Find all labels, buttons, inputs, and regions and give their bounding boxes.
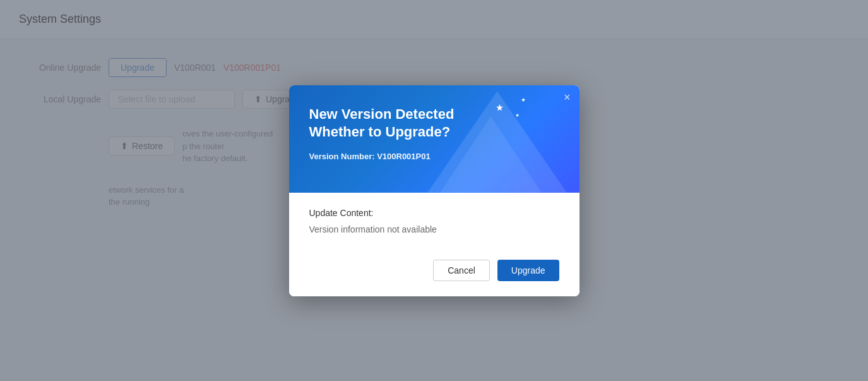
modal-close-button[interactable]: × bbox=[564, 92, 571, 103]
modal-version: Version Number: V100R001P01 bbox=[309, 152, 559, 161]
sparkle-icon-2 bbox=[521, 98, 526, 102]
modal-upgrade-button[interactable]: Upgrade bbox=[497, 260, 559, 281]
modal-cancel-button[interactable]: Cancel bbox=[433, 260, 490, 281]
modal-overlay: × New Version Detected Whether to Upgrad… bbox=[0, 0, 868, 381]
update-content-text: Version information not available bbox=[309, 224, 559, 234]
modal-header: × New Version Detected Whether to Upgrad… bbox=[289, 85, 580, 193]
modal-body: Update Content: Version information not … bbox=[289, 193, 580, 250]
modal-title: New Version Detected Whether to Upgrade? bbox=[309, 106, 486, 142]
modal-footer: Cancel Upgrade bbox=[289, 250, 580, 296]
upgrade-modal: × New Version Detected Whether to Upgrad… bbox=[289, 85, 580, 296]
sparkle-icon-1 bbox=[496, 104, 504, 112]
sparkle-icon-3 bbox=[516, 114, 520, 118]
update-content-label: Update Content: bbox=[309, 208, 559, 218]
